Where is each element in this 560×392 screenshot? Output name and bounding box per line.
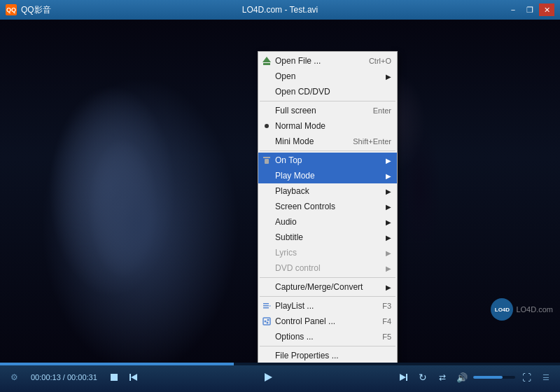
menu-label-playback: Playback (275, 186, 309, 196)
watermark-logo: LO4D LO4D.com (491, 298, 553, 321)
separator-1 (260, 101, 396, 102)
open-file-icon (261, 57, 272, 65)
window-title: LO4D.com - Test.avi (242, 5, 318, 15)
arrow-audio: ▶ (386, 218, 391, 226)
control-panel-icon (261, 317, 272, 326)
svg-marker-15 (400, 374, 406, 381)
svg-point-9 (267, 322, 269, 324)
menu-item-play-mode[interactable]: Play Mode ▶ (258, 168, 397, 183)
arrow-lyrics: ▶ (386, 249, 391, 257)
volume-bar[interactable] (473, 376, 515, 379)
on-top-icon (261, 156, 272, 164)
menu-label-subtitle: Subtitle (275, 232, 303, 242)
menu-label-mini-mode: Mini Mode (275, 136, 314, 146)
eject-icon (262, 57, 271, 65)
menu-item-subtitle[interactable]: Subtitle ▶ (258, 230, 397, 245)
title-bar: QQ QQ影音 LO4D.com - Test.avi − ❐ ✕ (0, 0, 560, 20)
menu-label-playlist: PlayList ... (275, 301, 314, 311)
menu-item-control-panel[interactable]: Control Panel ... F4 (258, 314, 397, 329)
stop-icon (110, 373, 118, 382)
app-icon: QQ (6, 4, 17, 15)
shortcut-open-file: Ctrl+O (358, 57, 391, 65)
menu-label-on-top: On Top (275, 155, 302, 165)
next-icon (398, 372, 408, 382)
shortcut-mini-mode: Shift+Enter (342, 137, 391, 146)
next-button[interactable] (395, 369, 412, 386)
arrow-screen-controls: ▶ (386, 203, 391, 211)
close-button[interactable]: ✕ (539, 4, 554, 16)
svg-marker-12 (131, 374, 137, 381)
progress-bar-container[interactable] (0, 363, 560, 365)
menu-item-open[interactable]: Open ▶ (258, 69, 397, 84)
play-icon (262, 372, 274, 383)
menu-item-playback[interactable]: Playback ▶ (258, 183, 397, 199)
menu-label-file-properties: File Properties ... (275, 351, 339, 360)
prev-icon (129, 372, 139, 382)
menu-item-on-top[interactable]: On Top ▶ (258, 153, 397, 168)
minimize-button[interactable]: − (505, 4, 521, 16)
menu-item-mini-mode[interactable]: Mini Mode Shift+Enter (258, 134, 397, 149)
shortcut-playlist: F3 (371, 302, 391, 310)
bullet-normal-mode (261, 124, 272, 128)
menu-label-control-panel: Control Panel ... (275, 316, 335, 326)
menu-label-dvd-control: DVD control (275, 263, 321, 273)
separator-5 (260, 346, 396, 346)
lo4d-circle-icon: LO4D (491, 298, 513, 321)
arrow-subtitle: ▶ (386, 234, 391, 241)
progress-bar-fill (0, 363, 234, 365)
menu-label-open-file: Open File ... (275, 56, 321, 66)
control-panel-svg-icon (262, 317, 271, 326)
menu-item-normal-mode[interactable]: Normal Mode (258, 118, 397, 134)
menu-label-open-cd-dvd: Open CD/DVD (275, 87, 330, 97)
menu-label-screen-controls: Screen Controls (275, 202, 335, 211)
svg-point-8 (267, 319, 270, 321)
menu-item-open-file[interactable]: Open File ... Ctrl+O (258, 53, 397, 69)
menu-item-file-properties[interactable]: File Properties ... (258, 348, 397, 363)
menu-label-lyrics: Lyrics (275, 248, 297, 258)
shuffle-button[interactable]: ⇄ (434, 369, 451, 386)
playlist-icon (261, 302, 272, 310)
menu-item-dvd-control: DVD control ▶ (258, 260, 397, 276)
svg-rect-0 (263, 157, 270, 158)
bullet-icon (265, 124, 269, 128)
repeat-button[interactable]: ↻ (414, 369, 431, 386)
context-menu: Open File ... Ctrl+O Open ▶ Open CD/DVD … (258, 51, 398, 363)
menu-label-options: Options ... (275, 332, 314, 342)
control-bar: ⚙ 00:00:13 / 00:00:31 ↻ ⇄ 🔊 ⛶ ☰ (0, 363, 560, 392)
arrow-capture: ▶ (386, 284, 391, 291)
watermark-text: LO4D.com (516, 305, 553, 314)
menu-item-audio[interactable]: Audio ▶ (258, 214, 397, 230)
menu-item-options[interactable]: Options ... F5 (258, 329, 397, 344)
settings-button[interactable]: ⚙ (6, 369, 22, 386)
volume-area: 🔊 (454, 369, 515, 386)
menu-label-play-mode: Play Mode (275, 171, 315, 181)
menu-label-normal-mode: Normal Mode (275, 121, 326, 131)
arrow-on-top: ▶ (386, 157, 391, 164)
watermark: LO4D LO4D.com (491, 298, 553, 321)
svg-rect-2 (263, 303, 269, 304)
prev-button[interactable] (125, 369, 142, 386)
fullscreen-button[interactable]: ⛶ (518, 369, 535, 386)
menu-item-capture-merge-convert[interactable]: Capture/Merge/Convert ▶ (258, 279, 397, 295)
on-top-svg-icon (262, 156, 271, 164)
playlist-toggle-button[interactable]: ☰ (538, 369, 554, 386)
svg-point-7 (265, 321, 267, 323)
arrow-dvd-control: ▶ (386, 265, 391, 272)
menu-item-fullscreen[interactable]: Full screen Enter (258, 103, 397, 118)
svg-rect-10 (111, 374, 118, 381)
video-area: LO4D LO4D.com Open File ... Ctrl+O Open … (0, 20, 560, 363)
arrow-play-mode: ▶ (386, 172, 391, 180)
svg-rect-11 (130, 374, 131, 381)
maximize-button[interactable]: ❐ (522, 4, 538, 16)
menu-item-screen-controls[interactable]: Screen Controls ▶ (258, 199, 397, 214)
menu-item-open-cd-dvd[interactable]: Open CD/DVD (258, 84, 397, 99)
svg-rect-14 (406, 374, 407, 381)
volume-icon[interactable]: 🔊 (454, 369, 470, 386)
app-name: QQ影音 (21, 4, 51, 16)
play-button[interactable] (260, 369, 276, 386)
separator-2 (260, 150, 396, 151)
menu-item-playlist[interactable]: PlayList ... F3 (258, 298, 397, 314)
shortcut-options: F5 (371, 332, 391, 341)
stop-button[interactable] (106, 369, 122, 386)
menu-item-lyrics: Lyrics ▶ (258, 245, 397, 260)
